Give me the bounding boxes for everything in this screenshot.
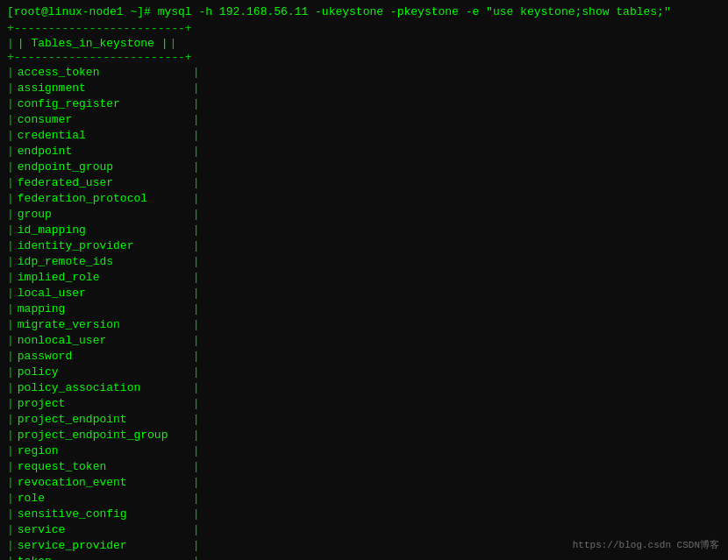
table-name-cell: project_endpoint_group (16, 429, 191, 442)
pipe-right: | (193, 460, 200, 473)
table-row: |local_user| (7, 285, 721, 301)
pipe-left: | (7, 523, 14, 536)
pipe-left: | (7, 381, 14, 394)
table-name-cell: consumer (16, 113, 191, 126)
pipe-left: | (7, 492, 14, 505)
pipe-left: | (7, 413, 14, 426)
table-name-cell: password (16, 350, 191, 363)
pipe-right: | (193, 334, 200, 347)
table-row: |project_endpoint_group| (7, 427, 721, 443)
header-text: | Tables_in_keystone | (16, 37, 168, 50)
pipe-right: | (193, 492, 200, 505)
pipe-right: | (193, 66, 200, 79)
table-row: |assignment| (7, 80, 721, 96)
pipe-right: | (193, 239, 200, 252)
table-name-cell: service_provider (16, 539, 191, 552)
pipe-right: | (193, 223, 200, 237)
pipe-left: | (7, 192, 14, 205)
pipe-right: | (193, 255, 200, 268)
pipe-right: | (193, 413, 200, 426)
pipe-left: | (7, 460, 14, 473)
pipe-right: | (193, 271, 200, 284)
table-row: |endpoint| (7, 143, 721, 159)
table-row: |request_token| (7, 458, 721, 474)
table-list: |access_token||assignment||config_regist… (7, 64, 721, 560)
table-row: |password| (7, 348, 721, 364)
table-name-cell: assignment (16, 82, 191, 95)
table-name-cell: id_mapping (16, 223, 191, 237)
pipe-right: | (193, 523, 200, 536)
table-name-cell: endpoint_group (16, 160, 191, 174)
pipe-left: | (7, 334, 14, 347)
table-row: |project| (7, 395, 721, 411)
table-name-cell: implied_role (16, 271, 191, 284)
pipe-right: | (193, 192, 200, 205)
table-name-cell: identity_provider (16, 239, 191, 252)
pipe-left: | (7, 350, 14, 363)
pipe-left: | (7, 365, 14, 379)
pipe-right: | (193, 113, 200, 126)
watermark: https://blog.csdn CSDN博客 (573, 538, 719, 551)
table-name-cell: config_register (16, 97, 191, 110)
pipe-right: | (193, 539, 200, 552)
table-row: |consumer| (7, 111, 721, 127)
prompt-text: [root@linux-node1 ~]# mysql -h 192.168.5… (7, 5, 671, 18)
pipe-right: | (193, 381, 200, 394)
pipe-right: | (193, 208, 200, 221)
table-name-cell: service (16, 523, 191, 536)
table-name-cell: sensitive_config (16, 507, 191, 521)
pipe-left: | (7, 271, 14, 284)
table-name-cell: credential (16, 129, 191, 142)
table-name-cell: migrate_version (16, 318, 191, 331)
pipe-left: | (7, 507, 14, 521)
table-row: |region| (7, 443, 721, 458)
table-row: |federated_user| (7, 174, 721, 190)
pipe-left: | (7, 37, 14, 50)
separator-top: +-------------------------+ (7, 22, 721, 35)
table-row: |token| (7, 553, 721, 560)
pipe-right: | (193, 129, 200, 142)
table-row: |endpoint_group| (7, 159, 721, 174)
pipe-left: | (7, 255, 14, 268)
table-name-cell: federated_user (16, 176, 191, 189)
table-name-cell: endpoint (16, 145, 191, 158)
pipe-left: | (7, 539, 14, 552)
terminal-window: [root@linux-node1 ~]# mysql -h 192.168.5… (0, 0, 728, 560)
table-name-cell: idp_remote_ids (16, 255, 191, 268)
pipe-right: | (193, 160, 200, 174)
table-row: |identity_provider| (7, 237, 721, 253)
pipe-left: | (7, 318, 14, 331)
table-row: |mapping| (7, 301, 721, 316)
pipe-right: | (193, 476, 200, 489)
table-row: |service| (7, 521, 721, 537)
table-row: |policy| (7, 364, 721, 379)
pipe-right: | (193, 444, 200, 457)
pipe-left: | (7, 66, 14, 79)
table-name-cell: project_endpoint (16, 413, 191, 426)
pipe-right: | (193, 318, 200, 331)
table-name-cell: mapping (16, 302, 191, 315)
pipe-right: | (169, 37, 176, 50)
pipe-left: | (7, 397, 14, 410)
pipe-left: | (7, 160, 14, 174)
table-row: |policy_association| (7, 379, 721, 395)
pipe-right: | (193, 97, 200, 110)
table-row: |credential| (7, 127, 721, 143)
table-name-cell: region (16, 444, 191, 457)
pipe-left: | (7, 429, 14, 442)
pipe-right: | (193, 555, 200, 561)
table-name-cell: role (16, 492, 191, 505)
pipe-left: | (7, 208, 14, 221)
pipe-right: | (193, 176, 200, 189)
pipe-right: | (193, 350, 200, 363)
pipe-left: | (7, 176, 14, 189)
pipe-left: | (7, 129, 14, 142)
pipe-right: | (193, 82, 200, 95)
pipe-left: | (7, 555, 14, 561)
table-row: |config_register| (7, 96, 721, 111)
table-row: |sensitive_config| (7, 506, 721, 521)
pipe-left: | (7, 82, 14, 95)
table-header-row: | | Tables_in_keystone | | (7, 35, 721, 51)
table-name-cell: request_token (16, 460, 191, 473)
table-name-cell: revocation_event (16, 476, 191, 489)
